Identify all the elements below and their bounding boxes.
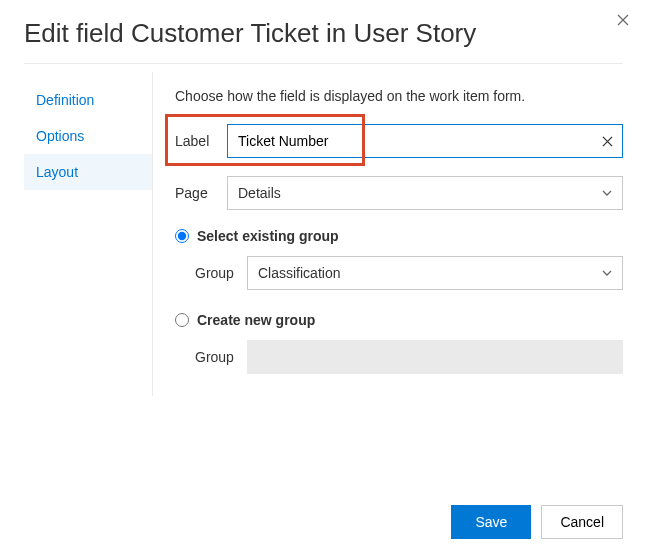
save-button[interactable]: Save [451,505,531,539]
dialog-body: Definition Options Layout Choose how the… [0,72,647,396]
edit-field-dialog: Edit field Customer Ticket in User Story… [0,0,647,557]
chevron-down-icon [592,187,622,199]
cancel-button[interactable]: Cancel [541,505,623,539]
existing-group-label: Select existing group [197,228,339,244]
close-icon [617,14,629,26]
sidebar: Definition Options Layout [24,72,152,396]
label-row: Label [175,124,623,158]
new-group-input-disabled [247,340,623,374]
existing-group-radio[interactable] [175,229,189,243]
new-group-radio[interactable] [175,313,189,327]
clear-label-button[interactable] [592,125,622,157]
close-icon [602,136,613,147]
sidebar-item-label: Options [36,128,84,144]
sidebar-item-layout[interactable]: Layout [24,154,152,190]
existing-group-radio-row[interactable]: Select existing group [175,228,623,244]
label-input[interactable] [228,125,592,157]
group-field-label: Group [195,265,247,281]
page-field-label: Page [175,185,227,201]
dialog-header: Edit field Customer Ticket in User Story [0,0,647,63]
divider [24,63,623,64]
sidebar-item-definition[interactable]: Definition [24,82,152,118]
close-button[interactable] [613,10,633,30]
chevron-down-icon [592,267,622,279]
page-select[interactable]: Details [227,176,623,210]
new-group-label: Create new group [197,312,315,328]
new-group-field-label: Group [195,349,247,365]
sidebar-item-options[interactable]: Options [24,118,152,154]
new-group-subform: Group [175,340,623,374]
content-pane: Choose how the field is displayed on the… [152,72,623,396]
dialog-footer: Save Cancel [451,505,623,539]
dialog-title: Edit field Customer Ticket in User Story [24,18,623,49]
page-select-value: Details [228,185,592,201]
new-group-radio-row[interactable]: Create new group [175,312,623,328]
page-row: Page Details [175,176,623,210]
intro-text: Choose how the field is displayed on the… [175,88,623,104]
sidebar-item-label: Layout [36,164,78,180]
group-select-value: Classification [248,265,592,281]
label-input-wrap [227,124,623,158]
sidebar-item-label: Definition [36,92,94,108]
group-select[interactable]: Classification [247,256,623,290]
label-field-label: Label [175,133,227,149]
existing-group-subform: Group Classification [175,256,623,290]
